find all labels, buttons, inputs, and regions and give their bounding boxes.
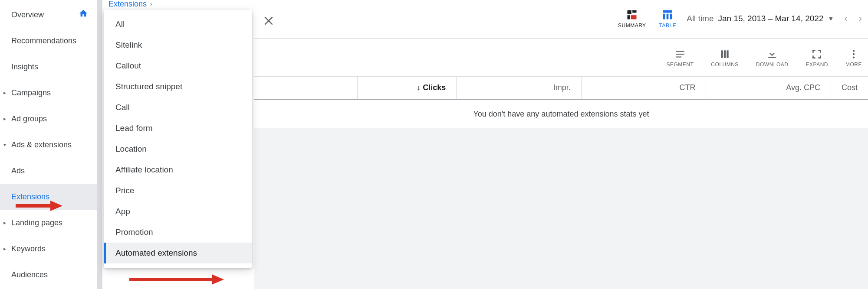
segment-button[interactable]: SEGMENT <box>667 49 694 68</box>
sidebar-item-overview[interactable]: Overview <box>0 2 97 28</box>
dropdown-option-call[interactable]: Call <box>104 97 252 118</box>
tool-label: COLUMNS <box>711 62 739 68</box>
table-column-avg-cpc[interactable]: Avg. CPC <box>706 77 831 99</box>
svg-rect-19 <box>727 50 728 58</box>
more-button[interactable]: MORE <box>845 49 862 68</box>
sidebar-item-insights[interactable]: Insights <box>0 54 97 80</box>
sidebar-label: Landing pages <box>11 218 62 227</box>
dropdown-option-price[interactable]: Price <box>104 180 252 201</box>
sidebar-item-campaigns[interactable]: ▸ Campaigns <box>0 80 97 106</box>
dropdown-option-affiliate-location[interactable]: Affiliate location <box>104 159 252 180</box>
sidebar-sub-ads[interactable]: Ads <box>0 158 97 184</box>
svg-rect-13 <box>670 14 672 19</box>
svg-rect-9 <box>631 15 637 19</box>
divider <box>254 38 868 39</box>
sidebar-sub-extensions[interactable]: Extensions <box>0 184 97 210</box>
breadcrumb-link[interactable]: Extensions <box>108 0 147 9</box>
main-content: Extensions › All Sitelink Callout Struct… <box>102 0 868 289</box>
table-column-blank <box>254 77 358 99</box>
svg-point-20 <box>853 50 855 52</box>
summary-icon <box>626 9 638 21</box>
dropdown-option-promotion[interactable]: Promotion <box>104 222 252 243</box>
close-icon[interactable] <box>263 15 274 29</box>
segment-icon <box>674 49 686 60</box>
date-range-value: Jan 15, 2013 – Mar 14, 2022 <box>718 14 824 23</box>
dropdown-option-sitelink[interactable]: Sitelink <box>104 35 252 55</box>
sidebar-divider <box>97 0 102 289</box>
date-range-label: All time <box>687 14 713 23</box>
sort-desc-icon: ↓ <box>417 84 420 92</box>
svg-rect-12 <box>667 14 669 19</box>
top-controls: SUMMARY TABLE All time Jan 15, 2013 – Ma… <box>618 3 862 34</box>
breadcrumb[interactable]: Extensions › <box>108 0 152 8</box>
tool-label: SEGMENT <box>667 62 694 68</box>
sidebar-item-keywords[interactable]: ▸ Keywords <box>0 236 97 262</box>
sidebar-label: Overview <box>11 10 44 19</box>
download-button[interactable]: DOWNLOAD <box>756 49 789 68</box>
sidebar-sub-label: Extensions <box>11 192 49 201</box>
dropdown-option-lead-form[interactable]: Lead form <box>104 118 252 139</box>
table-column-ctr[interactable]: CTR <box>582 77 707 99</box>
sidebar-label: Recommendations <box>11 36 76 45</box>
sidebar-label: Ad groups <box>11 114 47 123</box>
sidebar-item-audiences[interactable]: Audiences <box>0 262 97 288</box>
next-period-button[interactable]: › <box>859 13 862 24</box>
table-column-impr[interactable]: Impr. <box>457 77 582 99</box>
chevron-right-icon: ▸ <box>3 90 6 96</box>
chevron-down-icon: ▾ <box>3 142 6 148</box>
columns-icon <box>719 49 730 60</box>
table-empty-message: You don't have any automated extensions … <box>254 101 868 128</box>
view-summary-button[interactable]: SUMMARY <box>618 9 646 29</box>
dropdown-option-automated-extensions[interactable]: Automated extensions <box>104 243 252 263</box>
svg-rect-14 <box>676 51 684 52</box>
th-label: Impr. <box>553 83 571 92</box>
columns-button[interactable]: COLUMNS <box>711 49 739 68</box>
svg-rect-17 <box>721 50 723 58</box>
sidebar-item-recommendations[interactable]: Recommendations <box>0 28 97 54</box>
empty-area <box>254 128 868 289</box>
sidebar-label: Insights <box>11 62 38 71</box>
view-table-button[interactable]: TABLE <box>659 9 677 29</box>
sidebar-sub-label: Ads <box>11 166 25 175</box>
table-column-clicks[interactable]: ↓ Clicks <box>358 77 457 99</box>
chevron-right-icon: ▸ <box>3 220 6 226</box>
dropdown-option-callout[interactable]: Callout <box>104 55 252 76</box>
prev-period-button[interactable]: ‹ <box>844 13 847 24</box>
table-header-row: ↓ Clicks Impr. CTR Avg. CPC Cost <box>254 76 868 100</box>
table-column-cost[interactable]: Cost <box>831 77 868 99</box>
dropdown-option-app[interactable]: App <box>104 201 252 222</box>
chevron-right-icon: ▸ <box>3 116 6 122</box>
th-label: Cost <box>842 83 858 92</box>
sidebar-item-ads-extensions[interactable]: ▾ Ads & extensions <box>0 132 97 158</box>
home-icon <box>79 9 88 21</box>
sidebar-label: Keywords <box>11 244 46 253</box>
sidebar-item-landing-pages[interactable]: ▸ Landing pages <box>0 210 97 236</box>
more-vert-icon <box>848 49 859 60</box>
sidebar-item-ad-groups[interactable]: ▸ Ad groups <box>0 106 97 132</box>
sidebar-label: Ads & extensions <box>11 140 72 149</box>
dropdown-option-structured-snippet[interactable]: Structured snippet <box>104 76 252 97</box>
svg-rect-18 <box>724 50 726 58</box>
expand-button[interactable]: EXPAND <box>806 49 828 68</box>
download-icon <box>766 49 778 60</box>
tool-label: MORE <box>845 62 862 68</box>
dropdown-option-location[interactable]: Location <box>104 139 252 159</box>
tool-label: EXPAND <box>806 62 828 68</box>
view-table-label: TABLE <box>659 23 677 29</box>
sidebar-label: Campaigns <box>11 88 51 97</box>
view-toggle: SUMMARY TABLE <box>618 9 676 29</box>
svg-point-22 <box>853 56 855 58</box>
dropdown-option-all[interactable]: All <box>104 14 252 35</box>
view-summary-label: SUMMARY <box>618 23 646 29</box>
chevron-right-icon: › <box>150 0 152 7</box>
table-icon <box>661 9 674 21</box>
svg-rect-10 <box>663 10 672 13</box>
sidebar-label: Audiences <box>11 270 48 279</box>
svg-rect-7 <box>632 10 636 13</box>
svg-rect-16 <box>676 56 681 57</box>
svg-rect-8 <box>628 15 630 19</box>
caret-down-icon: ▼ <box>828 15 834 22</box>
svg-rect-15 <box>676 54 684 55</box>
tool-label: DOWNLOAD <box>756 62 789 68</box>
date-range-picker[interactable]: All time Jan 15, 2013 – Mar 14, 2022 ▼ <box>687 14 834 23</box>
